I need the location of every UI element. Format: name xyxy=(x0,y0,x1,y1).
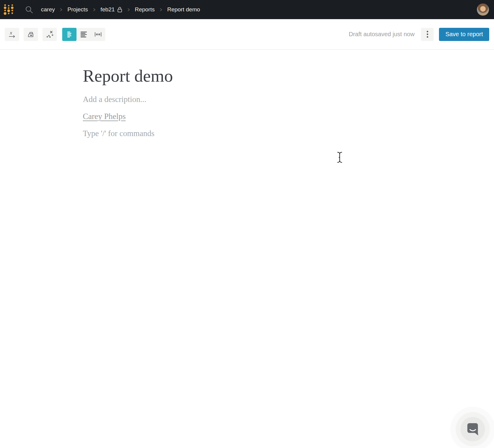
outliers-settings-button[interactable] xyxy=(42,28,57,41)
fixed-width-icon xyxy=(94,31,102,38)
kebab-menu-icon xyxy=(427,36,428,38)
full-text-width-icon xyxy=(80,31,87,38)
width-small-button[interactable] xyxy=(62,28,77,41)
report-editor: Report demo Add a description... Carey P… xyxy=(0,50,494,138)
kebab-menu-icon xyxy=(427,31,428,32)
dot-grid-logo-icon xyxy=(3,3,14,16)
breadcrumb-current-report: Report demo xyxy=(167,6,200,13)
breadcrumb-item-project-link[interactable]: feb21 xyxy=(100,6,115,13)
more-options-button[interactable] xyxy=(421,28,434,41)
breadcrumb-item-project: feb21 xyxy=(100,6,122,13)
chevron-right-icon xyxy=(159,7,163,12)
save-to-report-button[interactable]: Save to report xyxy=(439,28,489,41)
report-width-toggle xyxy=(62,28,105,41)
report-description-input[interactable]: Add a description... xyxy=(83,95,458,104)
report-title-input[interactable]: Report demo xyxy=(83,66,458,86)
x-axis-settings-button[interactable]: x xyxy=(5,28,19,41)
user-avatar[interactable] xyxy=(477,3,489,16)
search-icon xyxy=(25,6,33,14)
lock-icon xyxy=(117,7,122,13)
chat-bubble-icon xyxy=(466,422,479,436)
app-logo[interactable] xyxy=(3,3,14,16)
smoothing-iron-icon xyxy=(27,31,35,38)
chevron-right-icon xyxy=(92,7,96,12)
text-cursor-icon xyxy=(337,151,343,163)
svg-text:x: x xyxy=(10,30,12,36)
breadcrumb-item-reports[interactable]: Reports xyxy=(135,6,155,13)
breadcrumb: carey Projects feb21 Reports Report demo xyxy=(41,6,200,13)
smoothing-settings-button[interactable] xyxy=(24,28,38,41)
outliers-scatter-icon xyxy=(46,30,54,38)
chevron-right-icon xyxy=(59,7,63,12)
chevron-right-icon xyxy=(127,7,130,12)
report-body-input[interactable]: Type '/' for commands xyxy=(83,129,458,138)
top-navbar: carey Projects feb21 Reports Report demo xyxy=(0,0,494,19)
kebab-menu-icon xyxy=(427,33,428,35)
small-width-icon xyxy=(66,31,73,38)
report-toolbar: x xyxy=(0,19,494,50)
autosave-status: Draft autosaved just now xyxy=(349,31,414,38)
x-axis-icon: x xyxy=(7,30,16,39)
author-link[interactable]: Carey Phelps xyxy=(83,112,126,121)
width-full-text-button[interactable] xyxy=(77,28,91,41)
chat-widget-button[interactable] xyxy=(461,417,485,441)
width-fixed-button[interactable] xyxy=(91,28,105,41)
breadcrumb-item-user[interactable]: carey xyxy=(41,6,55,13)
search-button[interactable] xyxy=(25,6,33,14)
breadcrumb-item-projects[interactable]: Projects xyxy=(67,6,88,13)
